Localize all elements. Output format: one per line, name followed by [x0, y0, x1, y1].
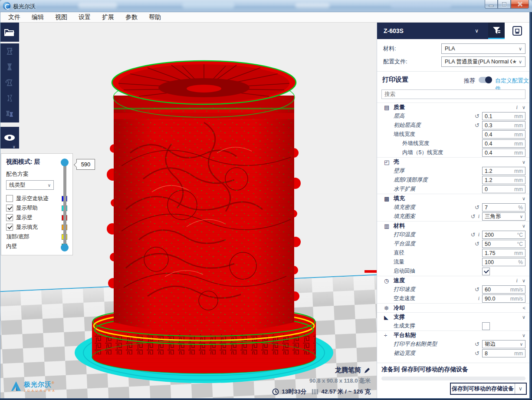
per-model-settings-button[interactable]: [0, 106, 19, 122]
section-header-speed[interactable]: ◷速度i∨: [377, 276, 530, 285]
info-icon[interactable]: i: [478, 213, 479, 220]
chevron-down-icon[interactable]: ∨: [522, 159, 525, 165]
section-header-adhesion[interactable]: ÷平台粘附∨: [377, 331, 530, 340]
profile-label: 配置文件:: [383, 58, 407, 66]
setting-input[interactable]: 200°C: [482, 231, 525, 239]
setting-input[interactable]: 1.2mm: [482, 167, 525, 175]
menu-item-4[interactable]: 扩展: [96, 12, 120, 23]
setting-input[interactable]: 8mm: [482, 349, 525, 357]
section-header-material[interactable]: ▥材料∨: [377, 221, 530, 230]
setting-input[interactable]: 0mm: [482, 185, 525, 193]
info-icon[interactable]: i: [516, 278, 518, 284]
rotate-tool-button[interactable]: [0, 75, 19, 90]
setting-input[interactable]: 7%: [482, 203, 525, 212]
title-bar[interactable]: 极光尔沃: [0, 0, 532, 12]
section-header-quality[interactable]: ▤质量i∨: [377, 102, 530, 112]
layer-slider-top-handle[interactable]: [61, 159, 69, 166]
chevron-down-icon[interactable]: ∨: [522, 333, 525, 338]
mirror-tool-button[interactable]: [0, 90, 19, 106]
save-options-chevron-icon[interactable]: ∨: [515, 383, 526, 394]
menu-item-1[interactable]: 编辑: [26, 12, 49, 23]
section-header-cooling[interactable]: ❊冷却<: [377, 303, 530, 312]
info-icon[interactable]: i: [516, 104, 518, 111]
profile-select[interactable]: PLA 普通质量(PLA Normal Qua ★ ∨: [441, 56, 525, 67]
setting-input[interactable]: 60mm/s: [482, 285, 525, 294]
reset-icon[interactable]: ↺: [475, 113, 479, 119]
layer-slider-bottom-handle[interactable]: [61, 244, 69, 251]
chevron-down-icon[interactable]: ∨: [522, 223, 525, 229]
reset-icon[interactable]: ↺: [475, 286, 479, 293]
setting-select[interactable]: 裙边∨: [482, 340, 525, 348]
menu-item-2[interactable]: 视图: [49, 12, 73, 23]
color-scheme-value: 线类型: [9, 182, 26, 189]
setting-input[interactable]: 0.4mm: [482, 149, 525, 157]
setting-unit: mm: [514, 350, 523, 357]
material-select[interactable]: PLA ∨: [441, 43, 525, 54]
chevron-down-icon[interactable]: ∨: [522, 314, 525, 320]
view-mode-button[interactable]: [0, 127, 19, 149]
viewport-3d[interactable]: ∨ 视图模式: 层 配色方案 线类型 ∨ 显示空走轨迹显示帮助显示壁显示填充顶部…: [0, 23, 377, 398]
setting-input[interactable]: 100%: [482, 258, 525, 266]
section-header-infill[interactable]: ▩填充∨: [377, 194, 530, 203]
setting-input[interactable]: 1.75mm: [482, 249, 525, 257]
reset-icon[interactable]: ↺: [475, 204, 479, 211]
toolbar-tools-group: [0, 43, 19, 122]
option-checkbox[interactable]: [6, 205, 13, 212]
monitor-stage-tab[interactable]: [505, 23, 530, 39]
reset-icon[interactable]: ↺: [475, 122, 479, 129]
rename-pencil-icon[interactable]: [364, 367, 371, 374]
chevron-down-icon[interactable]: ∨: [522, 105, 525, 110]
color-scheme-select[interactable]: 线类型 ∨: [6, 180, 54, 190]
option-checkbox[interactable]: [6, 224, 13, 231]
preview-stage-tab[interactable]: [488, 23, 505, 39]
setting-input[interactable]: 0.4mm: [482, 139, 525, 148]
chevron-down-icon[interactable]: ∨: [522, 196, 525, 202]
menu-item-5[interactable]: 参数: [120, 12, 143, 23]
close-icon: [517, 1, 523, 7]
setting-input[interactable]: 50°C: [482, 240, 525, 248]
setting-checkbox[interactable]: [482, 322, 490, 330]
info-icon[interactable]: i: [478, 295, 479, 302]
menu-item-6[interactable]: 帮助: [143, 12, 167, 23]
menu-item-3[interactable]: 设置: [73, 12, 96, 23]
move-tool-button[interactable]: [0, 43, 19, 59]
setting-input[interactable]: 90.0mm/s: [482, 294, 525, 303]
printer-dropdown-chevron-icon[interactable]: ∨: [475, 28, 479, 34]
section-header-shell[interactable]: ◰壳∨: [377, 157, 530, 166]
printer-name[interactable]: Z-603S: [384, 27, 475, 34]
close-button[interactable]: [511, 0, 529, 9]
infill-icon: ▩: [384, 195, 394, 202]
setting-unit: mm: [514, 122, 523, 129]
reset-icon[interactable]: ↺: [475, 350, 479, 357]
save-to-removable-button[interactable]: 保存到可移动的存储设备 ∨: [450, 383, 527, 395]
reset-icon[interactable]: ↺: [475, 341, 479, 347]
section-header-support[interactable]: ◣支撑∨: [377, 312, 530, 321]
model-dimensions: 90.8 x 90.8 x 118.0 毫米: [272, 377, 371, 385]
chevron-left-icon[interactable]: <: [523, 305, 525, 311]
setting-value: 90.0: [485, 296, 510, 302]
setting-select[interactable]: 三角形∨: [482, 212, 525, 221]
settings-list: ▤质量i∨层高↺0.1mm初始层高度↺0.3mm墙线宽度0.4mm外墙线宽度0.…: [377, 102, 530, 358]
reset-icon[interactable]: ↺: [471, 231, 476, 238]
scale-tool-button[interactable]: [0, 59, 19, 75]
chevron-down-icon[interactable]: ∨: [522, 278, 525, 284]
option-checkbox[interactable]: [6, 214, 13, 221]
minimize-button[interactable]: [485, 0, 498, 9]
info-icon[interactable]: i: [478, 231, 479, 238]
setting-unit: mm: [514, 250, 523, 256]
maximize-button[interactable]: [498, 0, 511, 9]
settings-search-input[interactable]: [381, 89, 525, 99]
setting-input[interactable]: 0.3mm: [482, 121, 525, 129]
setting-row: 打印平台粘附类型↺裙边∨: [377, 340, 530, 349]
setting-input[interactable]: 0.1mm: [482, 112, 525, 120]
menu-item-0[interactable]: 文件: [3, 12, 26, 23]
setting-checkbox[interactable]: [482, 268, 490, 275]
layer-slider-track[interactable]: [63, 162, 66, 250]
open-file-button[interactable]: [0, 23, 19, 42]
recommended-custom-toggle[interactable]: [479, 77, 492, 83]
reset-icon[interactable]: ↺: [475, 241, 479, 247]
setting-input[interactable]: 0.4mm: [482, 130, 525, 139]
option-checkbox[interactable]: [6, 195, 13, 202]
setting-input[interactable]: 1.2mm: [482, 176, 525, 184]
reset-icon[interactable]: ↺: [471, 213, 476, 220]
